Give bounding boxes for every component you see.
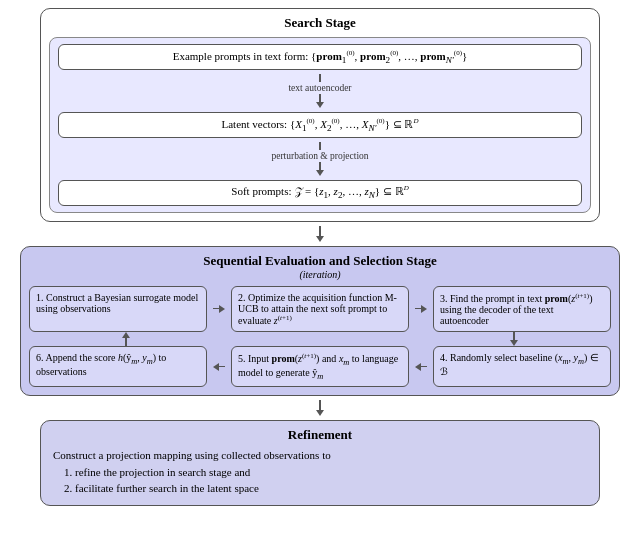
seq-cell-5: 5. Input prom(z(t+1)) and xm to language…	[231, 346, 409, 387]
latent-label: Latent vectors: {X1(0), X2(0), …, XN'(0)…	[222, 118, 419, 130]
arrow-line-1b	[319, 94, 321, 102]
arrow-text-autoencoder: text autoencoder	[288, 74, 351, 108]
arrow-line-h3	[421, 366, 427, 368]
seq-cell-6: 6. Append the score h(ŷm, ym) to observa…	[29, 346, 207, 387]
prompts-box: Example prompts in text form: {prom1(0),…	[58, 44, 582, 70]
vertical-arrows-row	[29, 332, 611, 346]
arrow-line-1	[319, 74, 321, 82]
refinement-text: Construct a projection mapping using col…	[53, 447, 331, 497]
refinement-stage-box: Refinement Construct a projection mappin…	[40, 420, 600, 506]
arrow-5-to-4	[413, 346, 429, 387]
soft-prompts-box: Soft prompts: 𝒵 = {z1, z2, …, zN} ⊆ ℝD	[58, 180, 582, 206]
soft-prompts-label: Soft prompts: 𝒵 = {z1, z2, …, zN} ⊆ ℝD	[231, 185, 408, 197]
refinement-line3: 2. facilitate further search in the late…	[53, 482, 259, 494]
arrow-head-h2	[421, 305, 427, 313]
seq-stage-box: Sequential Evaluation and Selection Stag…	[20, 246, 620, 397]
arrow-head-3	[316, 236, 324, 242]
seq-cell-5-text: 5. Input prom(z(t+1)) and xm to language…	[238, 353, 398, 378]
search-stage-box: Search Stage Example prompts in text for…	[40, 8, 600, 222]
seq-bottom-row: 4. Randomly select baseline (xm, ym) ∈ ℬ…	[29, 346, 611, 387]
diagram-container: Search Stage Example prompts in text for…	[0, 0, 640, 544]
seq-cell-4-text: 4. Randomly select baseline (xm, ym) ∈ ℬ	[440, 352, 599, 377]
seq-cell-1-text: 1. Construct a Bayesian surrogate model …	[36, 292, 198, 314]
arrow-line-2b	[319, 162, 321, 170]
seq-cell-3: 3. Find the prompt in text prom(z(t+1)) …	[433, 286, 611, 332]
search-inner-box: Example prompts in text form: {prom1(0),…	[49, 37, 591, 213]
seq-cell-2: 2. Optimize the acquisition function M-U…	[231, 286, 409, 332]
arrow-line-up-left	[125, 338, 127, 346]
arrow-head-2	[316, 170, 324, 176]
arrow-1-to-2	[211, 286, 227, 332]
seq-cell-3-text: 3. Find the prompt in text prom(z(t+1)) …	[440, 293, 593, 326]
seq-cell-1: 1. Construct a Bayesian surrogate model …	[29, 286, 207, 332]
arrow-line-4	[319, 400, 321, 410]
arrow-line-2	[319, 142, 321, 150]
seq-stage-subtitle: (iteration)	[299, 269, 340, 280]
arrow-label-2: perturbation & projection	[271, 151, 368, 161]
arrow-line-h4	[219, 366, 225, 368]
arrow-2-to-3	[413, 286, 429, 332]
arrow-to-seq	[316, 226, 324, 242]
arrow-line-3	[319, 226, 321, 236]
arrow-4-to-5	[211, 346, 227, 387]
arrow-head-1	[316, 102, 324, 108]
arrow-label-1: text autoencoder	[288, 83, 351, 93]
seq-cell-4: 4. Randomly select baseline (xm, ym) ∈ ℬ	[433, 346, 611, 387]
seq-cell-6-text: 6. Append the score h(ŷm, ym) to observa…	[36, 352, 166, 377]
arrow-line-down-right	[513, 332, 515, 340]
arrow-down-right	[510, 332, 518, 346]
refinement-title: Refinement	[53, 427, 587, 443]
seq-cell-2-text: 2. Optimize the acquisition function M-U…	[238, 292, 397, 326]
arrow-to-refinement	[316, 400, 324, 416]
refinement-line1: Construct a projection mapping using col…	[53, 449, 331, 461]
latent-vectors-box: Latent vectors: {X1(0), X2(0), …, XN'(0)…	[58, 112, 582, 138]
prompts-label: Example prompts in text form: {prom1(0),…	[173, 50, 468, 62]
arrow-up-left	[122, 332, 130, 346]
seq-stage-title: Sequential Evaluation and Selection Stag…	[203, 253, 436, 269]
search-stage-title: Search Stage	[284, 15, 356, 31]
arrow-head-4	[316, 410, 324, 416]
arrow-head-h1	[219, 305, 225, 313]
refinement-line2: 1. refine the projection in search stage…	[53, 466, 250, 478]
arrow-perturbation: perturbation & projection	[271, 142, 368, 176]
